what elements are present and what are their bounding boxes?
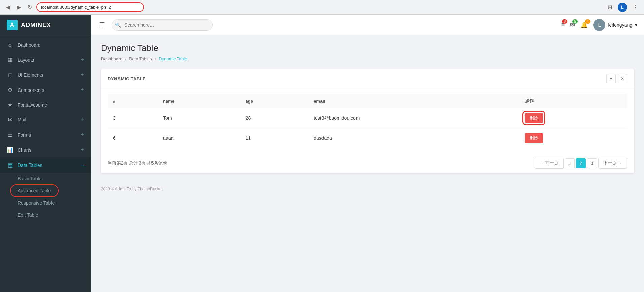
browser-profile-circle: L <box>618 3 627 12</box>
bell-btn[interactable]: 🔔 4 <box>580 21 588 29</box>
sidebar-subitem-basic-table[interactable]: Basic Table <box>0 173 91 185</box>
username: leifengyang <box>608 22 632 28</box>
basic-table-label: Basic Table <box>18 176 41 181</box>
search-bar: 🔍 <box>112 19 213 31</box>
col-email: email <box>308 94 519 108</box>
browser-account-btn[interactable]: L <box>618 3 627 12</box>
plus-icon: + <box>80 146 84 153</box>
delete-btn-row2[interactable]: 删除 <box>525 133 543 143</box>
breadcrumb-current: Dynamic Table <box>159 56 187 61</box>
header-icons: ≡ 8 ✉ 5 🔔 4 L leifengyang ▾ <box>561 19 637 31</box>
card-actions: ▾ ✕ <box>606 74 627 83</box>
layouts-icon: ▦ <box>7 57 13 63</box>
col-num: # <box>108 94 158 108</box>
sidebar-item-label: Forms <box>18 132 80 138</box>
plus-icon: + <box>80 71 84 78</box>
page-btn-1[interactable]: 1 <box>565 158 575 168</box>
sidebar-item-label: Components <box>18 87 80 93</box>
main-content: ☰ 🔍 ≡ 8 ✉ 5 🔔 4 L <box>91 15 644 292</box>
sidebar: A ADMINEX ⌂ Dashboard ▦ Layouts + ◻ UI E… <box>0 15 91 292</box>
sidebar-item-label: Fontawesome <box>18 102 84 108</box>
search-icon: 🔍 <box>115 22 121 28</box>
sidebar-item-forms[interactable]: ☰ Forms + <box>0 127 91 142</box>
sidebar-item-charts[interactable]: 📊 Charts + <box>0 142 91 157</box>
col-name: name <box>158 94 240 108</box>
list-notifications-btn[interactable]: ≡ 8 <box>561 21 565 28</box>
forms-icon: ☰ <box>7 132 13 138</box>
sidebar-subitem-responsive-table[interactable]: Responsive Table <box>0 197 91 209</box>
cell-email: test3@baomidou.com <box>308 108 519 128</box>
browser-extensions-btn[interactable]: ⊞ <box>605 3 614 12</box>
page-btn-2[interactable]: 2 <box>576 158 586 168</box>
next-page-btn[interactable]: 下一页 → <box>598 158 627 169</box>
ui-icon: ◻ <box>7 72 13 78</box>
breadcrumb-sep2: / <box>155 56 156 61</box>
sidebar-item-mail[interactable]: ✉ Mail + <box>0 112 91 127</box>
address-bar-wrapper <box>36 2 144 12</box>
dropdown-arrow-icon: ▾ <box>635 22 637 28</box>
sidebar-subitem-edit-table[interactable]: Edit Table <box>0 209 91 221</box>
table-row: 6 aaaa 11 dasdada 删除 <box>108 128 627 148</box>
breadcrumb-dashboard[interactable]: Dashboard <box>101 56 123 61</box>
page-content: Dynamic Table Dashboard / Data Tables / … <box>91 35 644 292</box>
star-icon: ★ <box>7 102 13 108</box>
sidebar-item-label: Mail <box>18 117 80 122</box>
browser-icons: ⊞ L ⋮ <box>605 3 640 12</box>
cell-num: 6 <box>108 128 158 148</box>
search-input[interactable] <box>112 19 213 31</box>
sidebar-item-label: Data Tables <box>18 162 80 168</box>
table-wrapper: # name age email 操作 3 Tom 28 <box>101 88 634 153</box>
mail-badge: 5 <box>572 19 578 24</box>
user-menu[interactable]: L leifengyang ▾ <box>593 19 637 31</box>
app-container: A ADMINEX ⌂ Dashboard ▦ Layouts + ◻ UI E… <box>0 15 644 292</box>
sidebar-item-label: Layouts <box>18 57 80 63</box>
mail-btn[interactable]: ✉ 5 <box>570 21 575 29</box>
browser-back-btn[interactable]: ◀ <box>4 3 12 11</box>
browser-more-btn[interactable]: ⋮ <box>631 3 640 12</box>
card-collapse-btn[interactable]: ▾ <box>606 74 616 83</box>
sidebar-nav: ⌂ Dashboard ▦ Layouts + ◻ UI Elements + … <box>0 35 91 292</box>
table-footer: 当前第2页 总计 3页 共5条记录 ← 前一页 1 2 3 下一页 → <box>101 153 634 173</box>
browser-forward-btn[interactable]: ▶ <box>15 3 23 11</box>
sidebar-item-layouts[interactable]: ▦ Layouts + <box>0 52 91 67</box>
list-badge: 8 <box>562 19 567 24</box>
cell-age: 11 <box>240 128 308 148</box>
pagination-info: 当前第2页 总计 3页 共5条记录 <box>108 160 167 166</box>
logo-text: ADMINEX <box>21 22 51 29</box>
sidebar-logo: A ADMINEX <box>0 15 91 35</box>
table-header-row: # name age email 操作 <box>108 94 627 108</box>
cell-num: 3 <box>108 108 158 128</box>
top-header: ☰ 🔍 ≡ 8 ✉ 5 🔔 4 L <box>91 15 644 35</box>
sidebar-item-label: Dashboard <box>18 42 84 48</box>
pagination: ← 前一页 1 2 3 下一页 → <box>535 158 627 169</box>
plus-icon: + <box>80 131 84 138</box>
sidebar-subitem-advanced-table[interactable]: Advanced Table <box>0 185 91 197</box>
address-bar[interactable] <box>36 2 144 12</box>
home-icon: ⌂ <box>7 42 13 48</box>
prev-page-btn[interactable]: ← 前一页 <box>535 158 564 169</box>
components-icon: ⚙ <box>7 87 13 93</box>
breadcrumb-data-tables[interactable]: Data Tables <box>129 56 152 61</box>
sidebar-item-data-tables[interactable]: ▤ Data Tables − <box>0 157 91 173</box>
sidebar-item-components[interactable]: ⚙ Components + <box>0 82 91 98</box>
advanced-table-label: Advanced Table <box>18 188 51 193</box>
delete-btn-row1[interactable]: 删除 <box>525 113 543 123</box>
bell-badge: 4 <box>585 19 590 24</box>
sidebar-item-fontawesome[interactable]: ★ Fontawesome <box>0 98 91 112</box>
page-footer: 2020 © AdminEx by ThemeBucket <box>101 180 634 195</box>
sidebar-item-label: Charts <box>18 147 80 153</box>
hamburger-button[interactable]: ☰ <box>98 20 106 30</box>
card-header: DYNAMIC TABLE ▾ ✕ <box>101 69 634 88</box>
card-close-btn[interactable]: ✕ <box>618 74 627 83</box>
dynamic-table-card: DYNAMIC TABLE ▾ ✕ # name age emai <box>101 69 634 173</box>
sidebar-item-dashboard[interactable]: ⌂ Dashboard <box>0 38 91 52</box>
cell-name: aaaa <box>158 128 240 148</box>
browser-refresh-btn[interactable]: ↻ <box>26 3 34 11</box>
page-btn-3[interactable]: 3 <box>587 158 597 168</box>
breadcrumb-sep1: / <box>125 56 127 61</box>
table-icon: ▤ <box>7 162 13 168</box>
cell-name: Tom <box>158 108 240 128</box>
breadcrumb: Dashboard / Data Tables / Dynamic Table <box>101 56 634 61</box>
sidebar-item-ui-elements[interactable]: ◻ UI Elements + <box>0 67 91 82</box>
data-table: # name age email 操作 3 Tom 28 <box>108 94 627 148</box>
